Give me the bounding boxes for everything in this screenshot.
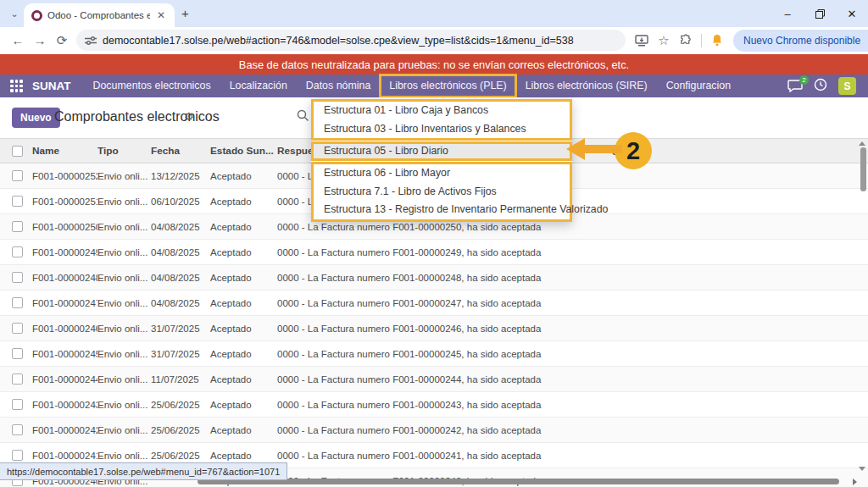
horizontal-scrollbar[interactable] (198, 479, 839, 484)
row-checkbox[interactable] (12, 196, 23, 207)
address-bar[interactable]: democontable17.solse.pe/web#action=746&m… (76, 30, 626, 51)
app-brand[interactable]: SUNAT (32, 80, 71, 92)
dropdown-group-2: Estructura 05 - Libro Diario (311, 141, 572, 161)
browser-window: ⌄ Odoo - Comprobantes electron ✕ + – ✕ ←… (0, 0, 868, 487)
close-window-button[interactable]: ✕ (836, 0, 868, 27)
row-estado-cell: Aceptado (210, 425, 277, 435)
browser-menu-icon[interactable]: ⋮ (860, 35, 868, 47)
row-tipo-cell: Envio onli... (97, 196, 151, 207)
table-row[interactable]: F001-00000249 Envio onli... 04/08/2025 A… (0, 240, 868, 265)
row-name-cell: F001-00000242 (32, 425, 97, 435)
row-checkbox[interactable] (12, 170, 23, 181)
row-estado-cell: Aceptado (210, 349, 277, 359)
apps-grid-icon[interactable] (10, 80, 23, 92)
select-all-checkbox[interactable] (12, 146, 23, 157)
tab-close-icon[interactable]: ✕ (155, 9, 167, 21)
row-checkbox[interactable] (12, 450, 23, 461)
back-icon[interactable]: ← (7, 30, 29, 52)
nav-menu-item[interactable]: Libros electrónicos (PLE) (380, 75, 515, 97)
row-respuesta-cell: 0000 - La Factura numero F001-00000242, … (277, 425, 868, 435)
dropdown-item[interactable]: Estructura 05 - Libro Diario (314, 144, 570, 158)
restore-button[interactable] (804, 0, 836, 27)
url-text: democontable17.solse.pe/web#action=746&m… (103, 35, 574, 47)
tab-list-chevron-icon[interactable]: ⌄ (7, 7, 22, 20)
row-tipo-cell: Envio onli... (97, 247, 151, 257)
chrome-update-label: Nuevo Chrome disponible (743, 35, 860, 47)
tab-strip: ⌄ Odoo - Comprobantes electron ✕ + – ✕ (0, 0, 868, 27)
row-checkbox[interactable] (12, 297, 23, 308)
dropdown-item[interactable]: Estructura 7.1 - Libro de Activos Fijos (314, 183, 570, 202)
nav-menu-item[interactable]: Documentos electronicos (84, 75, 220, 97)
site-settings-icon[interactable] (85, 36, 97, 46)
table-row[interactable]: F001-00000247 Envio onli... 04/08/2025 A… (0, 291, 868, 316)
dropdown-item[interactable]: Estructura 06 - Libro Mayor (314, 164, 570, 183)
row-checkbox[interactable] (12, 323, 23, 334)
row-tipo-cell: Envio onli... (97, 222, 151, 232)
nav-menu-item[interactable]: Localización (220, 75, 297, 97)
row-checkbox[interactable] (12, 221, 23, 232)
column-header-name[interactable]: Name (32, 145, 97, 157)
dropdown-item[interactable]: Estructura 13 - Registro de Inventario P… (314, 201, 570, 219)
new-record-button[interactable]: Nuevo (12, 108, 60, 128)
horizontal-scroll-right-icon[interactable] (853, 479, 857, 485)
row-checkbox[interactable] (12, 424, 23, 435)
nav-menu-item[interactable]: Datos nómina (297, 75, 380, 97)
row-tipo-cell: Envio onli... (97, 349, 151, 359)
row-fecha-cell: 25/06/2025 (151, 451, 210, 461)
row-fecha-cell: 31/07/2025 (151, 324, 210, 334)
table-row[interactable]: F001-00000248 Envio onli... 04/08/2025 A… (0, 265, 868, 291)
window-controls: – ✕ (771, 0, 868, 27)
row-checkbox[interactable] (12, 246, 23, 257)
row-respuesta-cell: 0000 - La Factura numero F001-00000244, … (277, 374, 868, 385)
browser-tab[interactable]: Odoo - Comprobantes electron ✕ (24, 3, 175, 27)
row-checkbox[interactable] (12, 272, 23, 283)
forward-icon[interactable]: → (29, 30, 51, 52)
table-row[interactable]: F001-00000245 Envio onli... 31/07/2025 A… (0, 341, 868, 367)
chrome-update-button[interactable]: Nuevo Chrome disponible ⋮ (733, 30, 868, 52)
row-estado-cell: Aceptado (210, 451, 277, 461)
tab-title: Odoo - Comprobantes electron (47, 10, 150, 20)
row-checkbox[interactable] (12, 399, 23, 410)
row-name-cell: F001-00000246 (32, 324, 97, 334)
table-row[interactable]: F001-00000244 Envio onli... 11/07/2025 A… (0, 367, 868, 392)
dropdown-item[interactable]: Estructura 01 - Libro Caja y Bancos (314, 102, 570, 120)
status-bar-link: https://democontable17.solse.pe/web#menu… (0, 462, 287, 480)
column-header-fecha[interactable]: Fecha (151, 145, 210, 157)
row-estado-cell: Aceptado (210, 400, 277, 410)
reload-icon[interactable]: ⟳ (51, 30, 73, 52)
row-estado-cell: Aceptado (210, 273, 277, 283)
nav-menu-item[interactable]: Libros electrónicos (SIRE) (516, 75, 657, 97)
row-name-cell: F001-00000243 (32, 400, 97, 410)
vertical-scrollbar[interactable] (860, 147, 866, 191)
row-name-cell: F001-00000245 (32, 349, 97, 359)
nav-menu-item[interactable]: Configuracion (657, 75, 740, 97)
row-name-cell: F001-00000252 (32, 171, 97, 181)
user-avatar[interactable]: S (838, 77, 856, 95)
row-fecha-cell: 04/08/2025 (151, 247, 210, 257)
row-estado-cell: Aceptado (210, 247, 277, 257)
activities-clock-icon[interactable] (814, 78, 827, 95)
send-to-device-icon[interactable] (631, 30, 653, 52)
row-tipo-cell: Envio onli... (97, 273, 151, 283)
table-row[interactable]: F001-00000242 Envio onli... 25/06/2025 A… (0, 418, 868, 443)
new-tab-button[interactable]: + (181, 6, 189, 20)
row-checkbox[interactable] (12, 374, 23, 385)
column-header-tipo[interactable]: Tipo (97, 145, 151, 157)
row-respuesta-cell: 0000 - La Factura numero F001-00000247, … (277, 298, 868, 308)
extensions-icon[interactable] (675, 30, 697, 52)
vertical-scroll-up-icon[interactable] (859, 141, 865, 146)
vertical-scroll-down-icon[interactable] (859, 467, 865, 471)
column-header-estado[interactable]: Estado Sun... (210, 145, 277, 157)
row-name-cell: F001-00000241 (32, 451, 97, 461)
minimize-button[interactable]: – (771, 0, 804, 27)
table-row[interactable]: F001-00000243 Envio onli... 25/06/2025 A… (0, 392, 868, 418)
table-row[interactable]: F001-00000246 Envio onli... 31/07/2025 A… (0, 316, 868, 341)
dropdown-item[interactable]: Estructura 03 - Libro Inventarios y Bala… (314, 120, 570, 139)
search-icon[interactable] (297, 109, 309, 122)
row-checkbox[interactable] (12, 348, 23, 359)
bookmark-star-icon[interactable]: ☆ (653, 30, 675, 52)
notification-bell-icon[interactable] (706, 30, 728, 52)
odoo-navbar: SUNAT Documentos electronicos Localizaci… (0, 75, 868, 97)
messages-icon[interactable]: 2 (787, 80, 803, 93)
actions-gear-icon[interactable]: ⚙ (184, 110, 194, 123)
